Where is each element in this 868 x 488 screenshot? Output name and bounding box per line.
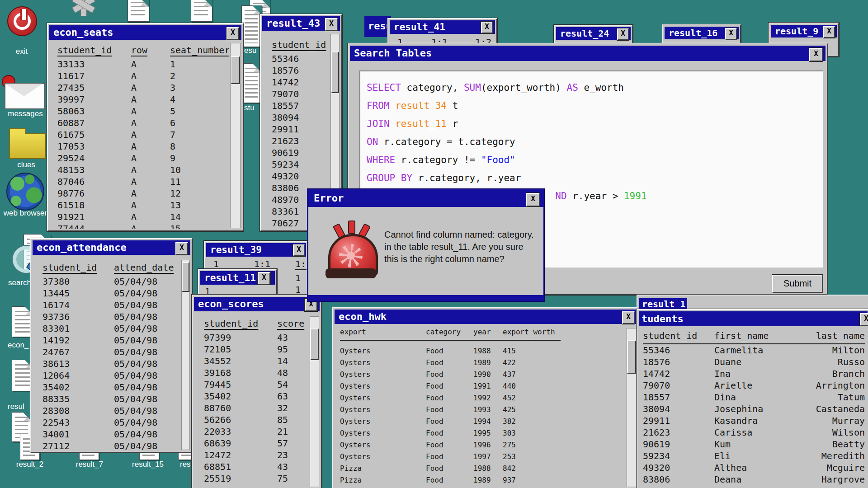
sql-line: ON r.category = t.category xyxy=(367,133,822,151)
close-icon[interactable]: X xyxy=(526,193,540,206)
close-icon[interactable]: X xyxy=(725,28,737,40)
table-cell: 68851 xyxy=(204,461,277,473)
titlebar[interactable]: result_39 xyxy=(206,243,306,257)
document-icon[interactable] xyxy=(241,5,262,47)
globe-icon[interactable] xyxy=(6,173,44,211)
table-cell: 12472 xyxy=(204,449,277,461)
scrollbar-thumb[interactable] xyxy=(182,262,189,292)
close-icon[interactable]: X xyxy=(860,313,868,326)
table-cell: 77444 xyxy=(57,223,131,229)
close-icon[interactable]: X xyxy=(809,48,823,61)
folder-icon[interactable] xyxy=(9,133,46,159)
close-icon[interactable]: X xyxy=(293,244,305,256)
desktop-icon-label-messages[interactable]: messages xyxy=(0,109,51,118)
titlebar[interactable]: Search Tables xyxy=(350,46,826,61)
table-cell: 1996 xyxy=(473,439,503,451)
table-cell: 1994 xyxy=(473,416,503,427)
close-icon[interactable]: X xyxy=(325,18,338,31)
scrollbar-thumb[interactable] xyxy=(231,56,240,84)
table-row: 58063A5 xyxy=(57,105,229,117)
column-header: export_worth xyxy=(503,326,561,340)
desktop-icon-label-esu[interactable]: esu xyxy=(244,46,256,55)
table-cell: 59234 xyxy=(272,159,330,170)
scrollbar-track[interactable] xyxy=(310,316,319,487)
document-icon[interactable] xyxy=(191,0,212,22)
scrollbar-track[interactable] xyxy=(627,328,637,487)
table-row: 2254305/04/98 xyxy=(42,417,182,428)
titlebar[interactable]: tudents xyxy=(639,311,868,326)
table-row: 59234EliMeredith xyxy=(643,450,865,462)
submit-button[interactable]: Submit xyxy=(772,275,823,293)
error-dialog: Error X Cannot find column named: catego… xyxy=(307,189,544,301)
table-cell: A xyxy=(131,211,170,223)
table-cell: 16174 xyxy=(42,299,114,311)
titlebar[interactable]: Error xyxy=(308,190,543,207)
table-cell: A xyxy=(131,129,170,141)
table-cell: 98776 xyxy=(57,188,131,199)
table-row: 79070ArielleArrington xyxy=(643,380,865,391)
close-icon[interactable]: X xyxy=(226,27,239,40)
desktop-icon-label-result-15[interactable]: result_15 xyxy=(123,460,173,469)
desktop-icon-label-search[interactable]: search xyxy=(8,278,31,287)
table-cell: Murray xyxy=(815,415,865,427)
table-cell: 60887 xyxy=(57,117,131,129)
desktop-icon-label-web-browser[interactable]: web browser xyxy=(0,209,51,218)
column-header: year xyxy=(473,326,503,340)
titlebar[interactable]: econ_hwk xyxy=(335,310,637,324)
table-row: 11617A2 xyxy=(57,70,229,82)
table-cell: 382 xyxy=(503,416,561,427)
table-cell: Oysters xyxy=(340,392,426,404)
desktop-icon-label-stu[interactable]: stu xyxy=(244,103,255,113)
power-icon[interactable] xyxy=(7,6,37,36)
scrollbar-track[interactable] xyxy=(230,43,241,228)
table-cell: 437 xyxy=(503,369,561,380)
table-cell: 11 xyxy=(170,176,229,188)
close-icon[interactable]: X xyxy=(617,28,629,40)
scrollbar-thumb[interactable] xyxy=(331,52,339,93)
table-cell: 14192 xyxy=(42,334,114,346)
table-cell: 303 xyxy=(503,427,561,439)
close-icon[interactable]: X xyxy=(481,22,493,33)
titlebar[interactable]: econ_scores xyxy=(194,297,320,311)
table-cell: 88760 xyxy=(204,402,277,414)
envelope-icon[interactable] xyxy=(5,83,45,109)
desktop-icon-label-exit[interactable]: exit xyxy=(0,47,43,56)
table-cell: 29524 xyxy=(57,152,131,164)
star-icon[interactable] xyxy=(69,0,98,18)
table-row: 7944554 xyxy=(204,379,308,390)
desktop-icon-label-econ[interactable]: econ_ xyxy=(8,341,28,350)
table-cell: Kasandra xyxy=(714,415,815,427)
scrollbar-thumb[interactable] xyxy=(627,340,636,374)
titlebar[interactable]: result_41 xyxy=(390,20,495,34)
table-cell: 05/04/98 xyxy=(114,393,182,405)
titlebar[interactable]: econ_seats xyxy=(49,25,241,40)
table-cell: 43 xyxy=(277,332,308,343)
close-icon[interactable]: X xyxy=(175,242,188,255)
scrollbar-thumb[interactable] xyxy=(310,328,319,360)
close-icon[interactable]: X xyxy=(258,272,270,285)
scrollbar-track[interactable] xyxy=(181,260,190,450)
close-icon[interactable]: X xyxy=(622,311,635,324)
table-cell: 85 xyxy=(277,414,308,426)
window-title: result_16 xyxy=(669,27,717,39)
document-icon[interactable] xyxy=(241,63,262,103)
sql-query-text: SELECT category, SUM(export_worth) AS e_… xyxy=(367,79,822,205)
table-cell: 440 xyxy=(503,380,561,392)
titlebar[interactable]: econ_attendance xyxy=(33,240,190,255)
desktop-icon-label-result-7[interactable]: result_7 xyxy=(66,460,113,469)
table-cell: Food xyxy=(426,357,473,369)
table-cell: 1988 xyxy=(473,345,503,357)
desktop-icon-label-result-2[interactable]: result_2 xyxy=(6,460,53,469)
table-cell: 57 xyxy=(277,437,308,449)
document-icon[interactable] xyxy=(127,0,149,22)
table-cell: 05/04/98 xyxy=(114,346,182,358)
table-cell: 87046 xyxy=(57,176,131,188)
table-cell: 90619 xyxy=(643,438,714,450)
close-icon[interactable]: X xyxy=(823,26,835,38)
column-header: first_name xyxy=(714,330,815,343)
table-cell: 93736 xyxy=(42,311,114,323)
desktop-icon-label-clues[interactable]: clues xyxy=(1,160,52,169)
column-header: 1:2 xyxy=(295,258,307,272)
table-row: 5626685 xyxy=(204,414,308,426)
desktop-icon-label-resul[interactable]: resul xyxy=(8,402,24,411)
